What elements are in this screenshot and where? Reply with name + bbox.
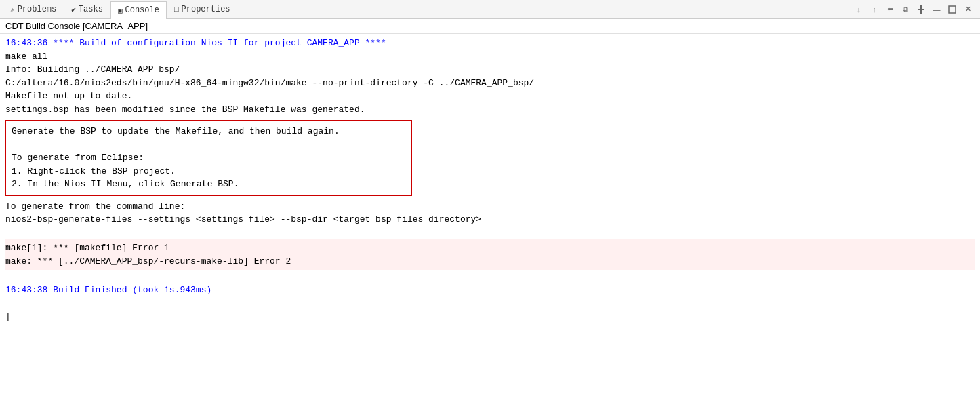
line-3: Info: Building ../CAMERA_APP_bsp/ [5, 63, 975, 77]
tab-problems-label: Problems [18, 5, 57, 14]
close-button[interactable]: ✕ [961, 3, 975, 16]
bsp-line-3: To generate from Eclipse: [12, 151, 406, 165]
maximize-button[interactable] [945, 3, 959, 16]
bsp-line-2 [12, 138, 406, 152]
error-line-1: make[1]: *** [makefile] Error 1 [5, 241, 975, 255]
line-after-2: nios2-bsp-generate-files --settings=<set… [5, 213, 975, 227]
maximize-icon [948, 5, 956, 14]
line-blank-1 [5, 227, 975, 240]
console-icon: ▣ [118, 6, 123, 15]
line-after-1: To generate from the command line: [5, 200, 975, 214]
toolbar: ↓ ↑ ⬅ ⧉ — ✕ [852, 3, 977, 16]
line-end-blue: 16:43:38 Build Finished (took 1s.943ms) [5, 283, 975, 297]
tasks-icon: ✔ [71, 5, 76, 14]
back-button[interactable]: ⬅ [883, 3, 897, 16]
line-end-blank-2 [5, 296, 975, 310]
tab-list: ⚠ Problems ✔ Tasks ▣ Console □ Propertie… [3, 1, 852, 18]
line-end-blank-1 [5, 270, 975, 283]
line-1: 16:43:36 **** Build of configuration Nio… [5, 37, 975, 50]
bsp-line-5: 2. In the Nios II Menu, click Generate B… [12, 178, 406, 191]
problems-icon: ⚠ [10, 5, 15, 14]
tab-console[interactable]: ▣ Console [110, 1, 167, 19]
tab-tasks[interactable]: ✔ Tasks [64, 1, 110, 18]
bsp-line-4: 1. Right-click the BSP project. [12, 165, 406, 178]
cursor: | [5, 310, 975, 322]
line-4: C:/altera/16.0/nios2eds/bin/gnu/H-x86_64… [5, 77, 975, 90]
copy-button[interactable]: ⧉ [899, 3, 912, 16]
minimize-button[interactable]: — [930, 3, 943, 16]
console-title: CDT Build Console [CAMERA_APP] [0, 19, 980, 34]
svg-rect-3 [949, 6, 956, 13]
svg-rect-1 [918, 9, 924, 10]
console-body[interactable]: 16:43:36 **** Build of configuration Nio… [0, 34, 980, 413]
scroll-up-button[interactable]: ↑ [867, 3, 881, 16]
svg-rect-2 [920, 10, 922, 14]
pin-icon [916, 5, 926, 14]
tab-problems[interactable]: ⚠ Problems [3, 1, 64, 18]
line-6: settings.bsp has been modified since the… [5, 103, 975, 117]
pin-button[interactable] [914, 3, 928, 16]
tab-properties-label: Properties [182, 5, 230, 14]
tab-console-label: Console [125, 5, 159, 15]
error-line-2: make: *** [../CAMERA_APP_bsp/-recurs-mak… [5, 255, 975, 269]
scroll-down-button[interactable]: ↓ [852, 3, 865, 16]
tab-tasks-label: Tasks [79, 5, 103, 14]
tab-properties[interactable]: □ Properties [167, 1, 238, 18]
properties-icon: □ [174, 5, 179, 14]
tab-bar: ⚠ Problems ✔ Tasks ▣ Console □ Propertie… [0, 0, 980, 19]
bsp-line-1: Generate the BSP to update the Makefile,… [12, 125, 406, 138]
line-5: Makefile not up to date. [5, 90, 975, 103]
line-2: make all [5, 50, 975, 64]
bsp-instructions-box: Generate the BSP to update the Makefile,… [5, 120, 412, 196]
error-block: make[1]: *** [makefile] Error 1 make: **… [5, 239, 975, 270]
